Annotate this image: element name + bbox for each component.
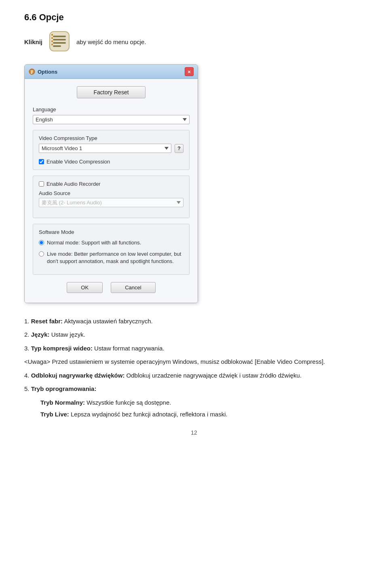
desc-item4-note: <Uwaga> Przed ustawieniem w systemie ope… [24, 357, 364, 367]
desc-item4-text: Odblokuj urzadzenie nagrywające dźwięk i… [124, 372, 302, 379]
svg-rect-11 [31, 72, 33, 72]
options-icon [49, 31, 70, 53]
svg-rect-7 [51, 40, 53, 42]
desc-item3: 3. Typ kompresji wideo: Ustaw format nag… [24, 343, 364, 354]
svg-rect-2 [53, 39, 66, 40]
normal-mode-label: Normal mode: Support with all functions. [47, 239, 141, 246]
page-number: 12 [24, 429, 364, 436]
desc-item1-text: Aktywacja ustawień fabrycznych. [63, 318, 153, 325]
desc-item1: 1. Reset fabr: Aktywacja ustawień fabryc… [24, 316, 364, 327]
desc-item3-text: Ustaw format nagrywania. [93, 345, 164, 352]
desc-item5-sub2-bold: Tryb Live: [40, 411, 69, 418]
language-label: Language [33, 106, 190, 113]
titlebar-icon [29, 68, 35, 75]
live-mode-label: Live mode: Better performance on low lev… [47, 250, 183, 265]
desc-item5-list: Tryb Normalny: Wszystkie funkcje są dost… [40, 397, 364, 420]
ok-button[interactable]: OK [67, 282, 103, 293]
audio-source-label: Audio Source [39, 190, 183, 196]
svg-rect-4 [53, 45, 61, 47]
desc-item2: 2. Język: Ustaw język. [24, 329, 364, 340]
desc-item5-sub1-text: Wszystkie funkcje są dostępne. [85, 399, 171, 406]
dialog-title: Options [38, 69, 57, 75]
live-mode-radio[interactable] [39, 251, 44, 257]
enable-audio-recorder-label: Enable Audio Recorder [46, 181, 101, 187]
svg-rect-5 [51, 34, 53, 36]
options-dialog: Options × Factory Reset Language English… [24, 64, 198, 303]
svg-rect-12 [31, 73, 32, 74]
svg-rect-1 [53, 36, 66, 37]
enable-video-compression-label: Enable Video Compression [46, 159, 110, 165]
normal-mode-radio[interactable] [39, 240, 44, 245]
svg-rect-3 [53, 42, 66, 44]
desc-item5-bold: Tryb oprogramowania: [31, 385, 97, 392]
desc-item5-sub2-text: Lepsza wydajność bez funkcji adnotacji, … [69, 411, 228, 418]
cancel-button[interactable]: Cancel [111, 282, 155, 293]
enable-video-compression-checkbox[interactable] [39, 159, 44, 164]
video-compression-label: Video Compression Type [39, 135, 183, 141]
svg-rect-8 [51, 44, 53, 45]
close-button[interactable]: × [185, 67, 194, 76]
intro-text: aby wejść do menu opcje. [76, 38, 146, 45]
desc-item4-bold: Odblokuj nagrywarkę dźwięków: [31, 372, 125, 379]
desc-item4: 4. Odblokuj nagrywarkę dźwięków: Odbloku… [24, 370, 364, 381]
desc-item5-sub2: Tryb Live: Lepsza wydajność bez funkcji … [40, 409, 364, 420]
page-title: 6.6 Opcje [24, 12, 364, 23]
audio-source-select[interactable]: 麥克風 (2- Lumens Audio) [39, 198, 183, 207]
desc-item5: 5. Tryb oprogramowania: [24, 384, 364, 394]
language-select[interactable]: English [33, 115, 190, 124]
desc-item2-bold: Język: [31, 331, 50, 338]
help-button[interactable]: ? [175, 144, 183, 153]
desc-item1-bold: Reset fabr: [31, 318, 63, 325]
desc-item2-text: Ustaw język. [50, 331, 85, 338]
enable-audio-recorder-checkbox[interactable] [39, 181, 44, 187]
desc-item5-sub1: Tryb Normalny: Wszystkie funkcje są dost… [40, 397, 364, 408]
desc-item3-bold: Typ kompresji wideo: [31, 345, 93, 352]
svg-rect-6 [51, 37, 53, 39]
kliknij-label: Kliknij [24, 38, 42, 45]
dialog-titlebar: Options × [25, 65, 198, 79]
factory-reset-button[interactable]: Factory Reset [77, 86, 145, 98]
description-section: 1. Reset fabr: Aktywacja ustawień fabryc… [24, 316, 364, 420]
svg-rect-10 [31, 70, 33, 71]
software-mode-title: Software Mode [39, 229, 183, 235]
video-compression-select[interactable]: Microsoft Video 1 [39, 144, 171, 153]
desc-item5-sub1-bold: Tryb Normalny: [40, 399, 85, 406]
